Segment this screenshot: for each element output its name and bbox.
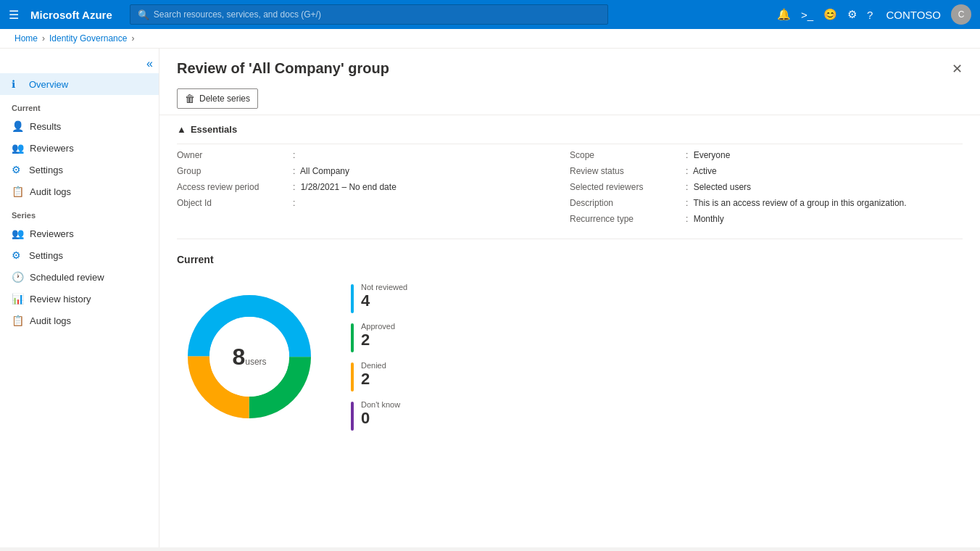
delete-series-button[interactable]: 🗑 Delete series — [177, 88, 258, 109]
nav-icons: 🔔 >_ 😊 ⚙ ? CONTOSO C — [777, 4, 971, 25]
essentials-row-owner: Owner : — [177, 150, 570, 160]
hamburger-menu[interactable]: ☰ — [9, 8, 19, 22]
audit-logs-series-icon: 📋 — [12, 315, 24, 326]
svg-point-4 — [209, 317, 289, 397]
breadcrumb-sep2: › — [131, 33, 134, 44]
sidebar-item-review-history[interactable]: 📊 Review history — [0, 288, 159, 310]
scope-value: : Everyone — [686, 150, 963, 160]
chart-area: 8users Not reviewed 4 — [177, 277, 963, 436]
breadcrumb-parent[interactable]: Identity Governance — [49, 33, 127, 44]
legend-item-dont-know: Don't know 0 — [351, 400, 407, 431]
delete-series-icon: 🗑 — [185, 93, 195, 104]
donut-chart: 8users — [177, 284, 322, 429]
settings-icon[interactable]: ⚙ — [847, 8, 857, 21]
sidebar-item-review-history-label: Review history — [30, 294, 91, 304]
essentials-grid: Owner : Group : All Company — [177, 144, 963, 224]
notifications-icon[interactable]: 🔔 — [777, 8, 791, 21]
sidebar-item-reviewers-series-label: Reviewers — [30, 228, 74, 239]
overview-icon: ℹ — [12, 78, 23, 90]
access-review-period-value: : 1/28/2021 – No end date — [293, 182, 570, 192]
essentials-row-object-id: Object Id : — [177, 198, 570, 208]
access-review-period-label: Access review period — [177, 182, 293, 192]
close-button[interactable]: ✕ — [952, 61, 963, 77]
help-icon[interactable]: ? — [867, 9, 873, 21]
dont-know-label: Don't know — [361, 400, 400, 409]
selected-reviewers-label: Selected reviewers — [570, 182, 686, 192]
legend-item-not-reviewed: Not reviewed 4 — [351, 283, 407, 313]
toolbar: 🗑 Delete series — [159, 83, 980, 115]
avatar[interactable]: C — [951, 4, 971, 25]
sidebar-collapse-btn[interactable]: « — [0, 54, 159, 73]
delete-series-label: Delete series — [199, 94, 250, 104]
selected-reviewers-value: : Selected users — [686, 182, 963, 192]
owner-value: : — [293, 150, 570, 160]
audit-logs-current-icon: 📋 — [12, 186, 24, 197]
page-title: Review of 'All Company' group — [177, 60, 389, 77]
sidebar-item-results[interactable]: 👤 Results — [0, 115, 159, 137]
section-divider — [177, 239, 963, 239]
review-status-label: Review status — [570, 166, 686, 176]
sidebar-item-scheduled-review[interactable]: 🕐 Scheduled review — [0, 266, 159, 288]
essentials-row-recurrence-type: Recurrence type : Monthly — [570, 214, 963, 224]
settings-series-icon: ⚙ — [12, 249, 23, 261]
denied-label: Denied — [361, 361, 386, 370]
sidebar-section-series: Series — [0, 202, 159, 223]
search-bar[interactable]: 🔍 — [130, 4, 608, 25]
legend-item-denied: Denied 2 — [351, 361, 407, 392]
approved-value: 2 — [361, 332, 395, 348]
essentials-row-access-review-period: Access review period : 1/28/2021 – No en… — [177, 182, 570, 192]
essentials-row-review-status: Review status : Active — [570, 166, 963, 176]
sidebar-item-settings-current[interactable]: ⚙ Settings — [0, 159, 159, 181]
sidebar-item-audit-logs-series-label: Audit logs — [30, 315, 71, 326]
sidebar-item-audit-logs-series[interactable]: 📋 Audit logs — [0, 310, 159, 331]
sidebar: « ℹ Overview Current 👤 Results 👥 Reviewe… — [0, 49, 159, 547]
essentials-row-selected-reviewers: Selected reviewers : Selected users — [570, 182, 963, 192]
chart-legend: Not reviewed 4 Approved 2 — [351, 283, 407, 431]
settings-current-icon: ⚙ — [12, 164, 23, 175]
sidebar-item-overview-label: Overview — [29, 79, 68, 90]
sidebar-item-reviewers-current[interactable]: 👥 Reviewers — [0, 137, 159, 159]
top-nav: ☰ Microsoft Azure 🔍 🔔 >_ 😊 ⚙ ? CONTOSO C — [0, 0, 980, 29]
group-label: Group — [177, 166, 293, 176]
denied-value: 2 — [361, 371, 386, 387]
scope-label: Scope — [570, 150, 686, 160]
sidebar-item-reviewers-series[interactable]: 👥 Reviewers — [0, 223, 159, 244]
essentials-row-scope: Scope : Everyone — [570, 150, 963, 160]
search-input[interactable] — [154, 9, 600, 20]
dont-know-value: 0 — [361, 410, 400, 426]
review-status-value: : Active — [686, 166, 963, 176]
essentials-row-group: Group : All Company — [177, 166, 570, 176]
content-header: Review of 'All Company' group ✕ — [159, 49, 980, 83]
recurrence-type-label: Recurrence type — [570, 214, 686, 224]
current-section: Current — [159, 245, 980, 445]
description-label: Description — [570, 198, 686, 208]
essentials-col-left: Owner : Group : All Company — [177, 150, 570, 224]
not-reviewed-label: Not reviewed — [361, 283, 407, 291]
sidebar-item-audit-logs-current[interactable]: 📋 Audit logs — [0, 181, 159, 202]
group-value: : All Company — [293, 166, 570, 176]
review-history-icon: 📊 — [12, 293, 24, 304]
breadcrumb-sep1: › — [42, 33, 45, 44]
breadcrumb-home[interactable]: Home — [14, 33, 38, 44]
sidebar-item-settings-series-label: Settings — [29, 250, 63, 261]
brand-name: Microsoft Azure — [30, 9, 112, 21]
essentials-header[interactable]: ▲ Essentials — [177, 124, 963, 135]
object-id-label: Object Id — [177, 198, 293, 208]
feedback-icon[interactable]: 😊 — [823, 8, 837, 21]
reviewers-series-icon: 👥 — [12, 228, 24, 239]
essentials-collapse-icon: ▲ — [177, 124, 186, 135]
search-icon: 🔍 — [138, 9, 149, 20]
not-reviewed-value: 4 — [361, 293, 407, 309]
sidebar-section-current: Current — [0, 95, 159, 115]
sidebar-item-settings-series[interactable]: ⚙ Settings — [0, 244, 159, 266]
not-reviewed-bar — [351, 284, 354, 313]
cloud-shell-icon[interactable]: >_ — [801, 9, 813, 21]
essentials-section: ▲ Essentials Owner : Group — [159, 115, 980, 233]
sidebar-item-scheduled-review-label: Scheduled review — [30, 272, 104, 283]
legend-item-approved: Approved 2 — [351, 322, 407, 352]
main-layout: « ℹ Overview Current 👤 Results 👥 Reviewe… — [0, 49, 980, 547]
owner-label: Owner — [177, 150, 293, 160]
essentials-row-description: Description : This is an access review o… — [570, 198, 963, 208]
username: CONTOSO — [886, 9, 941, 21]
sidebar-item-overview[interactable]: ℹ Overview — [0, 73, 159, 95]
